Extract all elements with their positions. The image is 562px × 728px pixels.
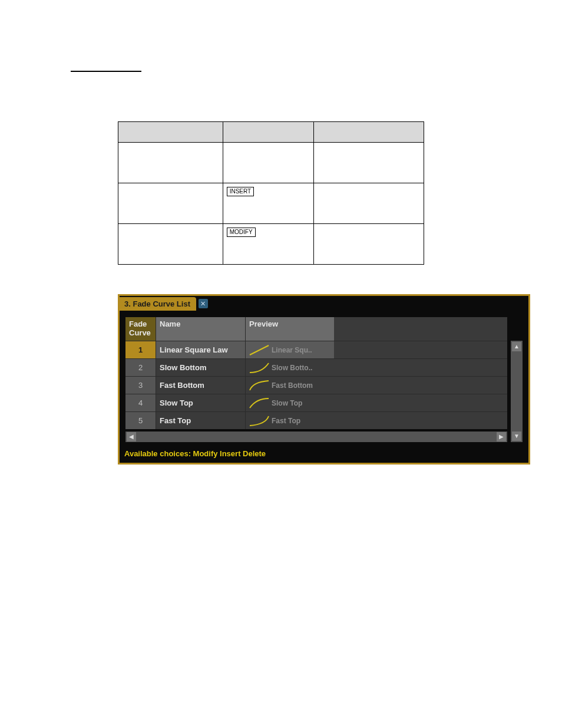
fade-curve-row[interactable]: 3Fast BottomFast Bottom xyxy=(125,376,507,394)
fade-curve-list-panel: 3. Fade Curve List ✕ Fade Curve Name Pre… xyxy=(118,294,530,465)
panel-body: Fade Curve Name Preview 1Linear Square L… xyxy=(120,311,528,446)
table-cell: MODIFY xyxy=(223,224,313,265)
fade-curve-icon xyxy=(249,416,269,426)
horizontal-scrollbar[interactable]: ◀ ▶ xyxy=(125,431,507,442)
row-preview-label: Slow Top xyxy=(272,399,302,407)
row-index: 4 xyxy=(125,394,156,411)
fade-curve-row[interactable]: 4Slow TopSlow Top xyxy=(125,394,507,411)
table-header-cell xyxy=(314,122,424,143)
table-row: MODIFY xyxy=(118,224,424,265)
row-index: 5 xyxy=(125,411,156,429)
table-cell xyxy=(314,183,424,224)
table-cell xyxy=(118,183,223,224)
fade-curve-icon xyxy=(249,380,269,391)
row-preview-label: Linear Squ.. xyxy=(272,346,312,354)
close-icon: ✕ xyxy=(200,300,206,307)
row-index: 1 xyxy=(125,341,156,358)
fade-curve-icon xyxy=(249,363,269,373)
row-preview-label: Fast Bottom xyxy=(272,381,313,390)
row-name: Fast Bottom xyxy=(156,376,246,394)
panel-statusbar: Available choices: Modify Insert Delete xyxy=(120,446,528,463)
fade-curve-row[interactable]: 2Slow BottomSlow Botto.. xyxy=(125,358,507,376)
panel-title: 3. Fade Curve List xyxy=(120,297,196,311)
row-spacer xyxy=(334,394,507,412)
row-spacer xyxy=(334,376,507,394)
fade-curve-row[interactable]: 1Linear Square LawLinear Squ.. xyxy=(125,341,507,358)
table-row xyxy=(118,143,424,183)
table-header-cell xyxy=(223,122,313,143)
row-preview: Fast Top xyxy=(246,411,334,429)
column-header-spacer xyxy=(334,317,507,341)
row-index: 2 xyxy=(125,358,156,376)
document-page: INSERT MODIFY 3. Fade Curve Li xyxy=(0,0,562,728)
row-preview: Linear Squ.. xyxy=(246,341,334,358)
table-cell xyxy=(223,143,313,183)
column-header-name[interactable]: Name xyxy=(156,317,246,341)
row-name: Slow Top xyxy=(156,394,246,411)
row-spacer xyxy=(334,411,507,430)
table-cell: INSERT xyxy=(223,183,313,224)
close-button[interactable]: ✕ xyxy=(199,299,208,308)
table-cell xyxy=(314,224,424,265)
scroll-down-button[interactable]: ▼ xyxy=(512,431,521,441)
table-cell xyxy=(118,224,223,265)
row-preview: Slow Top xyxy=(246,394,334,411)
row-index: 3 xyxy=(125,376,156,394)
screenshot-container: 3. Fade Curve List ✕ Fade Curve Name Pre… xyxy=(118,294,509,465)
scroll-up-button[interactable]: ▲ xyxy=(512,342,521,351)
row-preview: Slow Botto.. xyxy=(246,358,334,376)
fade-curve-row[interactable]: 5Fast TopFast Top xyxy=(125,411,507,429)
scroll-left-button[interactable]: ◀ xyxy=(127,432,136,442)
fade-curve-icon xyxy=(249,398,269,409)
row-name: Slow Bottom xyxy=(156,358,246,376)
row-name: Fast Top xyxy=(156,411,246,429)
row-preview-label: Slow Botto.. xyxy=(272,364,312,372)
table-cell xyxy=(314,143,424,183)
keycap-insert: INSERT xyxy=(227,187,254,196)
row-preview-label: Fast Top xyxy=(272,417,300,425)
fade-curve-icon xyxy=(249,345,269,355)
scroll-right-button[interactable]: ▶ xyxy=(497,432,506,442)
grid-rows: 1Linear Square LawLinear Squ..2Slow Bott… xyxy=(125,341,507,429)
actions-table-wrap: INSERT MODIFY xyxy=(118,121,509,265)
grid-header: Fade Curve Name Preview xyxy=(125,317,507,341)
section-heading xyxy=(71,59,141,72)
row-spacer xyxy=(334,358,507,377)
row-preview: Fast Bottom xyxy=(246,376,334,394)
row-name: Linear Square Law xyxy=(156,341,246,358)
panel-titlebar[interactable]: 3. Fade Curve List ✕ xyxy=(120,296,528,311)
column-header-preview[interactable]: Preview xyxy=(246,317,334,341)
row-spacer xyxy=(334,341,507,359)
table-header-row xyxy=(118,122,424,143)
vertical-scrollbar[interactable]: ▲ ▼ xyxy=(511,341,523,442)
grid-area: Fade Curve Name Preview 1Linear Square L… xyxy=(125,317,523,442)
grid-main: Fade Curve Name Preview 1Linear Square L… xyxy=(125,317,507,442)
table-cell xyxy=(118,143,223,183)
intro-paragraph xyxy=(71,92,509,116)
column-header-fade-curve[interactable]: Fade Curve xyxy=(125,317,156,341)
table-row: INSERT xyxy=(118,183,424,224)
keycap-modify: MODIFY xyxy=(227,228,256,237)
table-header-cell xyxy=(118,122,223,143)
actions-table: INSERT MODIFY xyxy=(118,121,424,265)
